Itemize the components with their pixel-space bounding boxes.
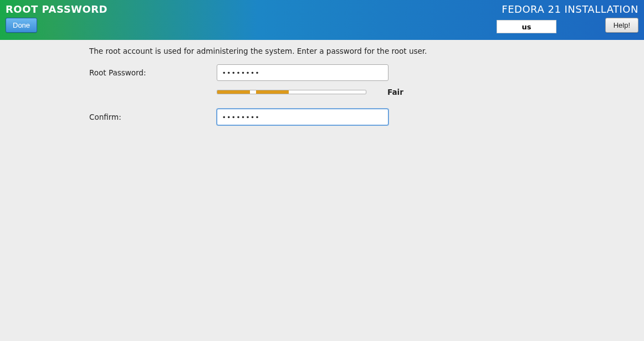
confirm-label: Confirm: xyxy=(89,113,217,121)
root-password-input[interactable] xyxy=(217,64,389,81)
intro-text: The root account is used for administeri… xyxy=(89,47,499,55)
content-area: The root account is used for administeri… xyxy=(0,40,644,130)
password-strength-meter xyxy=(217,90,366,94)
confirm-password-input[interactable] xyxy=(217,109,389,125)
keyboard-layout-indicator[interactable]: us xyxy=(497,20,556,33)
root-password-label: Root Password: xyxy=(89,68,217,77)
password-strength-text: Fair xyxy=(387,88,403,96)
page-title: ROOT PASSWORD xyxy=(6,3,108,15)
header-bar: ROOT PASSWORD FEDORA 21 INSTALLATION Don… xyxy=(0,0,644,40)
confirm-row: Confirm: xyxy=(145,109,499,125)
done-button[interactable]: Done xyxy=(6,18,37,33)
root-password-row: Root Password: xyxy=(145,64,499,81)
help-button[interactable]: Help! xyxy=(605,18,638,33)
password-form: The root account is used for administeri… xyxy=(145,47,499,130)
product-title: FEDORA 21 INSTALLATION xyxy=(502,3,638,15)
strength-row: Fair xyxy=(145,85,499,104)
